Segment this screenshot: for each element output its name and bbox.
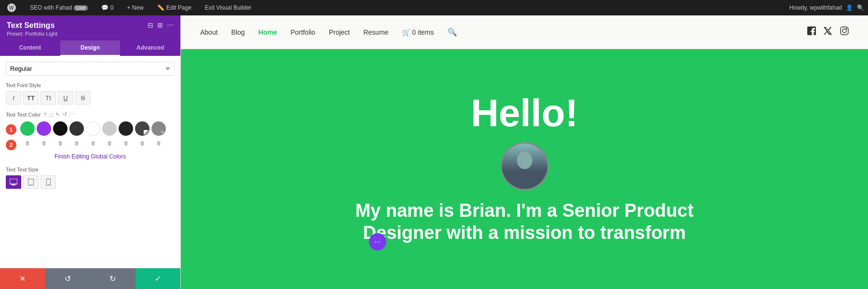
svg-text:W: W: [9, 5, 14, 11]
underline-button[interactable]: U: [58, 91, 73, 105]
panel-expand-icon[interactable]: ⊞: [157, 21, 163, 29]
size-section-label: Text Text Size: [6, 167, 175, 172]
nav-portfolio[interactable]: Portfolio: [291, 28, 315, 36]
panel-preset: Preset: Portfolio Light: [7, 31, 57, 37]
redo-icon: ↻: [109, 274, 116, 283]
trash-icon-5[interactable]: 🗑: [86, 139, 100, 147]
comments-count: 0: [110, 4, 114, 11]
redo-button[interactable]: ↻: [90, 268, 136, 289]
trash-icon-4[interactable]: 🗑: [69, 139, 84, 147]
size-device-buttons: [6, 175, 175, 189]
color-swatch-purple[interactable]: [37, 121, 51, 136]
hero-avatar: [501, 142, 549, 190]
color-swatch-lightgray[interactable]: [102, 121, 117, 136]
color-swatch-black[interactable]: [53, 121, 68, 136]
strikethrough-button[interactable]: S: [75, 91, 91, 105]
hero-bio-text: My name is Brian. I'm a Senior Product D…: [332, 200, 718, 244]
panel-tabs: Content Design Advanced: [0, 40, 180, 56]
panel-header-left: Text Settings Preset: Portfolio Light: [7, 21, 57, 37]
font-style-row: Text Font Style I TT Tt U S: [6, 82, 175, 105]
trash-icon-6[interactable]: 🗑: [102, 139, 117, 147]
tab-design[interactable]: Design: [60, 40, 121, 56]
nav-project[interactable]: Project: [329, 28, 350, 36]
svg-point-10: [842, 29, 846, 33]
color-reset-icon[interactable]: ↺: [63, 111, 67, 118]
nav-home[interactable]: Home: [258, 28, 277, 36]
discard-button[interactable]: ✕: [0, 268, 45, 289]
color-help-icon[interactable]: ?: [44, 112, 47, 118]
nav-about[interactable]: About: [200, 28, 218, 36]
color-picker-icon[interactable]: ↖: [55, 111, 60, 118]
admin-bar: W SEO with Fahad Live 💬 0 + New ✏️ Edit …: [0, 0, 868, 15]
undo-button[interactable]: ↺: [45, 268, 91, 289]
svg-point-6: [30, 184, 31, 185]
size-mobile-btn[interactable]: [41, 175, 56, 189]
uppercase-button[interactable]: TT: [23, 91, 39, 105]
more-dots-icon: ···: [374, 237, 380, 246]
trash-row: 🗑 🗑 🗑 🗑 🗑 🗑 🗑 🗑 🗑: [20, 139, 175, 147]
save-icon: ✓: [155, 274, 161, 283]
titlecase-button[interactable]: Tt: [41, 91, 56, 105]
wp-logo-item[interactable]: W: [4, 0, 19, 15]
step-badge-1: 1: [6, 124, 16, 135]
admin-search-icon[interactable]: 🔍: [857, 4, 864, 11]
color-more-icon[interactable]: ⋯: [70, 111, 75, 118]
new-item[interactable]: + New: [124, 0, 146, 15]
svg-rect-9: [841, 27, 848, 35]
font-weight-select[interactable]: Regular Bold Light: [6, 62, 175, 76]
comments-item[interactable]: 💬 0: [98, 0, 117, 15]
site-name: SEO with Fahad: [30, 4, 72, 11]
color-swatch-custom1[interactable]: [135, 121, 149, 136]
instagram-icon[interactable]: [840, 26, 849, 38]
avatar-icon: 👤: [846, 4, 853, 11]
left-panel: Text Settings Preset: Portfolio Light ⊟ …: [0, 15, 181, 289]
color-swatch-white[interactable]: [86, 121, 100, 136]
tab-content[interactable]: Content: [0, 40, 60, 56]
text-size-row: Text Text Size: [6, 167, 175, 189]
color-swatch-black2[interactable]: [119, 121, 133, 136]
discard-icon: ✕: [19, 274, 26, 283]
color-swatch-custom2[interactable]: ✏: [151, 121, 166, 136]
nav-blog[interactable]: Blog: [231, 28, 245, 36]
howdy-label: Howdy, wpwithfahad: [789, 4, 842, 11]
tab-advanced[interactable]: Advanced: [120, 40, 180, 56]
color-swatch-darkgray[interactable]: [69, 121, 84, 136]
italic-button[interactable]: I: [6, 91, 21, 105]
trash-icon-7[interactable]: 🗑: [119, 139, 133, 147]
facebook-icon[interactable]: [807, 26, 816, 38]
color-swatch-green[interactable]: [20, 121, 35, 136]
finish-editing-link[interactable]: Finish Editing Global Colors: [6, 153, 175, 160]
text-color-row: Text Text Color ? □ ↖ ↺ ⋯ 1: [6, 111, 175, 160]
color-copy-icon[interactable]: □: [50, 112, 53, 118]
trash-icon-8[interactable]: 🗑: [135, 139, 149, 147]
exit-builder-item[interactable]: Exit Visual Builder: [202, 0, 255, 15]
trash-icon-2[interactable]: 🗑: [37, 139, 51, 147]
nav-search-icon[interactable]: 🔍: [448, 27, 457, 37]
trash-icon-1[interactable]: 🗑: [20, 139, 35, 147]
nav-resume[interactable]: Resume: [363, 28, 388, 36]
nav-cart[interactable]: 🛒 0 items: [402, 28, 434, 36]
size-desktop-btn[interactable]: [6, 175, 21, 189]
site-header: About Blog Home Portfolio Project Resume…: [181, 15, 868, 49]
color-swatches: ✏: [20, 121, 175, 136]
panel-collapse-icon[interactable]: ⊟: [148, 21, 153, 29]
cart-label: 0 items: [412, 28, 434, 36]
font-style-buttons: I TT Tt U S: [6, 91, 175, 105]
step-badge-2: 2: [6, 140, 16, 150]
trash-icon-9[interactable]: 🗑: [151, 139, 166, 147]
site-name-item[interactable]: SEO with Fahad Live: [27, 0, 91, 15]
main-layout: Text Settings Preset: Portfolio Light ⊟ …: [0, 15, 868, 289]
live-badge: Live: [74, 5, 87, 11]
color-section-header: Text Text Color ? □ ↖ ↺ ⋯: [6, 111, 175, 118]
right-content: About Blog Home Portfolio Project Resume…: [181, 15, 868, 289]
font-style-label: Text Font Style: [6, 82, 175, 88]
comment-icon: 💬: [101, 4, 108, 11]
edit-page-item[interactable]: ✏️ Edit Page: [154, 0, 194, 15]
floating-more-button[interactable]: ···: [369, 233, 386, 250]
twitter-x-icon[interactable]: [824, 26, 832, 38]
size-tablet-btn[interactable]: [23, 175, 39, 189]
save-button[interactable]: ✓: [136, 268, 181, 289]
admin-bar-right: Howdy, wpwithfahad 👤 🔍: [789, 4, 864, 11]
trash-icon-3[interactable]: 🗑: [53, 139, 68, 147]
panel-menu-icon[interactable]: ⋯: [167, 21, 174, 29]
